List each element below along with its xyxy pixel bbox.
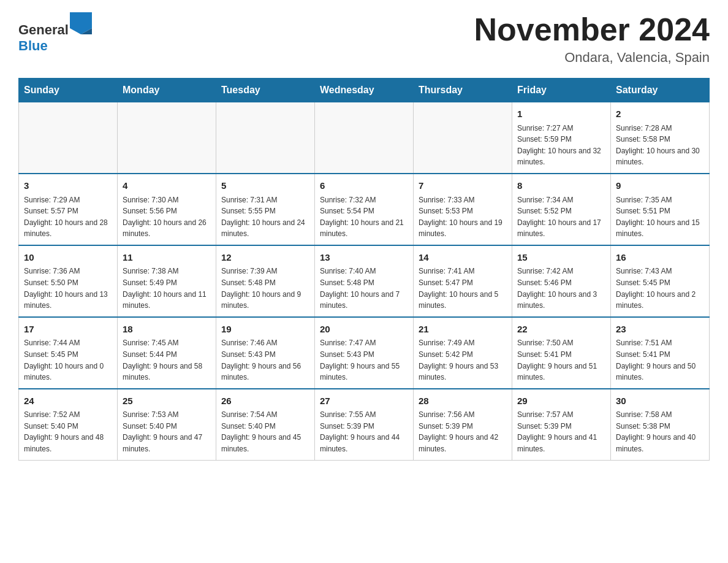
week-row-1: 3Sunrise: 7:29 AMSunset: 5:57 PMDaylight… xyxy=(19,174,710,245)
title-area: November 2024 Ondara, Valencia, Spain xyxy=(474,12,710,66)
day-number: 24 xyxy=(24,394,112,408)
location: Ondara, Valencia, Spain xyxy=(474,50,710,66)
logo-icon xyxy=(70,12,92,34)
day-number: 19 xyxy=(221,323,309,337)
header-row: SundayMondayTuesdayWednesdayThursdayFrid… xyxy=(19,79,710,102)
day-number: 11 xyxy=(123,251,211,265)
calendar-table: SundayMondayTuesdayWednesdayThursdayFrid… xyxy=(18,78,710,460)
day-cell: 15Sunrise: 7:42 AMSunset: 5:46 PMDayligh… xyxy=(512,245,611,317)
day-number: 5 xyxy=(221,179,309,193)
day-info: Sunrise: 7:28 AMSunset: 5:58 PMDaylight:… xyxy=(616,123,704,168)
day-cell: 6Sunrise: 7:32 AMSunset: 5:54 PMDaylight… xyxy=(315,174,414,245)
day-info: Sunrise: 7:58 AMSunset: 5:38 PMDaylight:… xyxy=(616,409,704,454)
day-cell: 14Sunrise: 7:41 AMSunset: 5:47 PMDayligh… xyxy=(414,245,512,317)
logo-text: General Blue xyxy=(18,12,92,54)
day-cell: 23Sunrise: 7:51 AMSunset: 5:41 PMDayligh… xyxy=(611,317,710,389)
day-cell: 28Sunrise: 7:56 AMSunset: 5:39 PMDayligh… xyxy=(414,389,512,460)
day-number: 25 xyxy=(123,394,211,408)
day-info: Sunrise: 7:40 AMSunset: 5:48 PMDaylight:… xyxy=(320,266,408,311)
logo-blue: Blue xyxy=(18,38,48,53)
day-cell: 19Sunrise: 7:46 AMSunset: 5:43 PMDayligh… xyxy=(216,317,315,389)
day-info: Sunrise: 7:46 AMSunset: 5:43 PMDaylight:… xyxy=(221,337,309,383)
day-number: 14 xyxy=(419,251,507,265)
day-info: Sunrise: 7:34 AMSunset: 5:52 PMDaylight:… xyxy=(517,194,605,240)
day-info: Sunrise: 7:47 AMSunset: 5:43 PMDaylight:… xyxy=(320,337,408,383)
day-info: Sunrise: 7:30 AMSunset: 5:56 PMDaylight:… xyxy=(123,194,211,240)
day-info: Sunrise: 7:53 AMSunset: 5:40 PMDaylight:… xyxy=(123,409,211,454)
day-info: Sunrise: 7:33 AMSunset: 5:53 PMDaylight:… xyxy=(419,194,507,240)
day-cell xyxy=(414,102,512,174)
day-number: 28 xyxy=(419,394,507,408)
week-row-3: 17Sunrise: 7:44 AMSunset: 5:45 PMDayligh… xyxy=(19,317,710,389)
month-title: November 2024 xyxy=(474,12,710,47)
day-cell: 22Sunrise: 7:50 AMSunset: 5:41 PMDayligh… xyxy=(512,317,611,389)
day-cell: 27Sunrise: 7:55 AMSunset: 5:39 PMDayligh… xyxy=(315,389,414,460)
day-cell: 26Sunrise: 7:54 AMSunset: 5:40 PMDayligh… xyxy=(216,389,315,460)
day-info: Sunrise: 7:35 AMSunset: 5:51 PMDaylight:… xyxy=(616,194,704,240)
day-number: 23 xyxy=(616,323,704,337)
day-cell: 1Sunrise: 7:27 AMSunset: 5:59 PMDaylight… xyxy=(512,102,611,174)
day-number: 8 xyxy=(517,179,605,193)
day-cell xyxy=(216,102,315,174)
day-number: 21 xyxy=(419,323,507,337)
day-info: Sunrise: 7:39 AMSunset: 5:48 PMDaylight:… xyxy=(221,266,309,311)
day-cell xyxy=(19,102,118,174)
day-info: Sunrise: 7:56 AMSunset: 5:39 PMDaylight:… xyxy=(419,409,507,454)
day-number: 22 xyxy=(517,323,605,337)
day-cell: 5Sunrise: 7:31 AMSunset: 5:55 PMDaylight… xyxy=(216,174,315,245)
day-header-friday: Friday xyxy=(512,79,611,102)
day-info: Sunrise: 7:54 AMSunset: 5:40 PMDaylight:… xyxy=(221,409,309,454)
logo: General Blue xyxy=(18,12,92,54)
day-cell: 11Sunrise: 7:38 AMSunset: 5:49 PMDayligh… xyxy=(118,245,216,317)
day-header-sunday: Sunday xyxy=(19,79,118,102)
day-number: 9 xyxy=(616,179,704,193)
day-number: 17 xyxy=(24,323,112,337)
day-cell: 4Sunrise: 7:30 AMSunset: 5:56 PMDaylight… xyxy=(118,174,216,245)
day-number: 6 xyxy=(320,179,408,193)
day-cell: 21Sunrise: 7:49 AMSunset: 5:42 PMDayligh… xyxy=(414,317,512,389)
day-cell: 29Sunrise: 7:57 AMSunset: 5:39 PMDayligh… xyxy=(512,389,611,460)
day-header-saturday: Saturday xyxy=(611,79,710,102)
day-cell: 17Sunrise: 7:44 AMSunset: 5:45 PMDayligh… xyxy=(19,317,118,389)
week-row-0: 1Sunrise: 7:27 AMSunset: 5:59 PMDaylight… xyxy=(19,102,710,174)
day-info: Sunrise: 7:32 AMSunset: 5:54 PMDaylight:… xyxy=(320,194,408,240)
day-info: Sunrise: 7:51 AMSunset: 5:41 PMDaylight:… xyxy=(616,337,704,383)
day-number: 10 xyxy=(24,251,112,265)
day-info: Sunrise: 7:36 AMSunset: 5:50 PMDaylight:… xyxy=(24,266,112,311)
day-number: 15 xyxy=(517,251,605,265)
logo-general: General xyxy=(18,22,69,37)
day-cell: 9Sunrise: 7:35 AMSunset: 5:51 PMDaylight… xyxy=(611,174,710,245)
day-header-wednesday: Wednesday xyxy=(315,79,414,102)
day-cell xyxy=(118,102,216,174)
day-cell: 8Sunrise: 7:34 AMSunset: 5:52 PMDaylight… xyxy=(512,174,611,245)
day-info: Sunrise: 7:38 AMSunset: 5:49 PMDaylight:… xyxy=(123,266,211,311)
day-cell: 18Sunrise: 7:45 AMSunset: 5:44 PMDayligh… xyxy=(118,317,216,389)
calendar-body: 1Sunrise: 7:27 AMSunset: 5:59 PMDaylight… xyxy=(19,102,710,460)
day-cell: 20Sunrise: 7:47 AMSunset: 5:43 PMDayligh… xyxy=(315,317,414,389)
day-header-monday: Monday xyxy=(118,79,216,102)
day-number: 13 xyxy=(320,251,408,265)
week-row-2: 10Sunrise: 7:36 AMSunset: 5:50 PMDayligh… xyxy=(19,245,710,317)
day-info: Sunrise: 7:27 AMSunset: 5:59 PMDaylight:… xyxy=(517,123,605,168)
day-number: 18 xyxy=(123,323,211,337)
day-cell: 16Sunrise: 7:43 AMSunset: 5:45 PMDayligh… xyxy=(611,245,710,317)
day-number: 12 xyxy=(221,251,309,265)
day-cell: 13Sunrise: 7:40 AMSunset: 5:48 PMDayligh… xyxy=(315,245,414,317)
day-number: 7 xyxy=(419,179,507,193)
day-number: 2 xyxy=(616,107,704,121)
day-cell: 25Sunrise: 7:53 AMSunset: 5:40 PMDayligh… xyxy=(118,389,216,460)
day-info: Sunrise: 7:49 AMSunset: 5:42 PMDaylight:… xyxy=(419,337,507,383)
day-number: 3 xyxy=(24,179,112,193)
day-info: Sunrise: 7:50 AMSunset: 5:41 PMDaylight:… xyxy=(517,337,605,383)
day-cell: 10Sunrise: 7:36 AMSunset: 5:50 PMDayligh… xyxy=(19,245,118,317)
day-number: 16 xyxy=(616,251,704,265)
day-info: Sunrise: 7:55 AMSunset: 5:39 PMDaylight:… xyxy=(320,409,408,454)
day-header-tuesday: Tuesday xyxy=(216,79,315,102)
day-info: Sunrise: 7:43 AMSunset: 5:45 PMDaylight:… xyxy=(616,266,704,311)
day-number: 30 xyxy=(616,394,704,408)
day-cell: 2Sunrise: 7:28 AMSunset: 5:58 PMDaylight… xyxy=(611,102,710,174)
day-number: 20 xyxy=(320,323,408,337)
day-cell: 24Sunrise: 7:52 AMSunset: 5:40 PMDayligh… xyxy=(19,389,118,460)
day-cell: 7Sunrise: 7:33 AMSunset: 5:53 PMDaylight… xyxy=(414,174,512,245)
day-info: Sunrise: 7:42 AMSunset: 5:46 PMDaylight:… xyxy=(517,266,605,311)
